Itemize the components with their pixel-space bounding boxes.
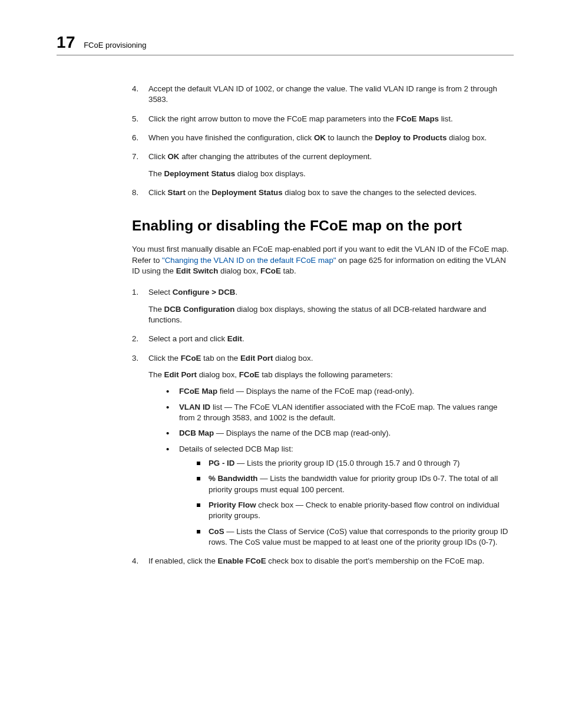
text-run: on the [186,188,211,197]
text-run: Details of selected DCB Map list: [179,444,293,453]
bold-text: FCoE Maps [396,114,439,123]
step-body: When you have finished the configuration… [148,133,514,143]
text-run: dialog box, [197,370,239,379]
text-run: Click the [148,354,181,363]
square-item: PG - ID — Lists the priority group ID (1… [194,458,514,469]
text-run: — Lists the Class of Service (CoS) value… [209,527,508,546]
bold-text: Deploy to Products [375,133,447,142]
step-number: 8. [132,187,138,198]
bullet-list: FCoE Map field — Displays the name of th… [165,386,514,548]
text-run: tab. [281,266,296,275]
bold-text: FCoE [181,354,201,363]
chapter-number: 17 [57,34,75,51]
text-run: tab on the [201,354,240,363]
text-run: The [148,169,164,178]
bold-text: DCB Configuration [164,305,235,314]
bold-text: Deployment Status [211,188,282,197]
text-run: . [242,334,244,343]
step-item: 1.Select Configure > DCB.The DCB Configu… [132,287,514,325]
bold-text: PG - ID [209,459,234,467]
text-run: When you have finished the configuration… [148,133,314,142]
bold-text: DCB Map [179,429,214,437]
step-item: 6.When you have finished the configurati… [132,133,514,143]
step-paragraph: Click OK after changing the attributes o… [148,151,514,162]
bold-text: Edit Switch [176,266,219,275]
text-run: tab displays the following parameters: [259,370,392,379]
text-run: — Lists the priority group ID (15.0 thro… [234,459,459,467]
text-run: check box to disable the port's membersh… [266,556,485,565]
text-run: dialog box to save the changes to the se… [283,188,477,197]
main-steps-list: 1.Select Configure > DCB.The DCB Configu… [132,287,514,567]
step-number: 7. [132,151,138,162]
bold-text: FCoE Map [179,387,217,396]
text-run: list. [439,114,453,123]
text-run: The [148,370,164,379]
top-steps-list: 4.Accept the default VLAN ID of 1002, or… [132,84,514,198]
step-item: 8.Click Start on the Deployment Status d… [132,187,514,198]
step-number: 6. [132,133,138,143]
cross-ref-link[interactable]: "Changing the VLAN ID on the default FCo… [162,256,336,265]
step-number: 4. [132,84,138,94]
bold-text: % Bandwidth [209,474,257,483]
step-number: 2. [132,334,138,344]
bullet-item: VLAN ID list — The FCoE VLAN identifier … [165,402,514,424]
step-body: Accept the default VLAN ID of 1002, or c… [148,84,514,106]
step-paragraph: The Deployment Status dialog box display… [148,169,514,179]
bold-text: OK [168,152,180,161]
running-head: 17 FCoE provisioning [57,34,514,51]
text-run: The [148,305,164,314]
step-item: 7.Click OK after changing the attributes… [132,151,514,179]
step-item: 2.Select a port and click Edit. [132,334,514,344]
bold-text: CoS [209,527,224,536]
section-intro: You must first manually disable an FCoE … [132,244,514,276]
bullet-item: FCoE Map field — Displays the name of th… [165,386,514,397]
text-run: dialog box displays. [235,169,306,178]
bold-text: Configure > DCB [173,288,236,297]
running-title: FCoE provisioning [84,41,146,50]
bold-text: OK [314,133,326,142]
square-item: CoS — Lists the Class of Service (CoS) v… [194,526,514,548]
section-title: Enabling or disabling the FCoE map on th… [132,216,514,236]
step-paragraph: Select Configure > DCB. [148,287,514,298]
bold-text: Deployment Status [164,169,235,178]
step-paragraph: If enabled, click the Enable FCoE check … [148,556,514,566]
bold-text: Edit Port [240,354,273,363]
bold-text: Enable FCoE [218,556,266,565]
step-body: Click Start on the Deployment Status dia… [148,187,514,198]
text-run: . [235,288,237,297]
step-number: 4. [132,556,138,566]
text-run: Select [148,288,173,297]
bullet-item: Details of selected DCB Map list:PG - ID… [165,444,514,548]
step-paragraph: Select a port and click Edit. [148,334,514,344]
step-paragraph: Click the FCoE tab on the Edit Port dial… [148,353,514,364]
square-list: PG - ID — Lists the priority group ID (1… [194,458,514,548]
step-body: If enabled, click the Enable FCoE check … [148,556,514,566]
step-item: 4.If enabled, click the Enable FCoE chec… [132,556,514,566]
bold-text: Edit Port [164,370,197,379]
text-run: after changing the attributes of the cur… [179,152,372,161]
bullet-item: DCB Map — Displays the name of the DCB m… [165,428,514,439]
text-run: Accept the default VLAN ID of 1002, or c… [148,84,497,104]
text-run: — Displays the name of the DCB map (read… [214,429,391,437]
square-item: % Bandwidth — Lists the bandwidth value … [194,473,514,495]
square-item: Priority Flow check box — Check to enabl… [194,500,514,522]
bold-text: Start [168,188,186,197]
step-number: 1. [132,287,138,298]
bold-text: FCoE [239,370,260,379]
bold-text: FCoE [260,266,281,275]
step-paragraph: Accept the default VLAN ID of 1002, or c… [148,84,514,106]
text-run: Click [148,152,168,161]
text-run: Click the right arrow button to move the… [148,114,396,123]
header-rule [57,55,514,55]
step-paragraph: Click Start on the Deployment Status dia… [148,187,514,198]
step-item: 5.Click the right arrow button to move t… [132,114,514,124]
text-run: list — The FCoE VLAN identifier associat… [179,403,498,422]
step-body: Click the FCoE tab on the Edit Port dial… [148,353,514,548]
step-paragraph: When you have finished the configuration… [148,133,514,143]
text-run: to launch the [326,133,375,142]
text-run: Click [148,188,168,197]
text-run: dialog box. [273,354,313,363]
step-body: Click OK after changing the attributes o… [148,151,514,179]
step-paragraph: The DCB Configuration dialog box display… [148,304,514,326]
bold-text: VLAN ID [179,403,210,411]
